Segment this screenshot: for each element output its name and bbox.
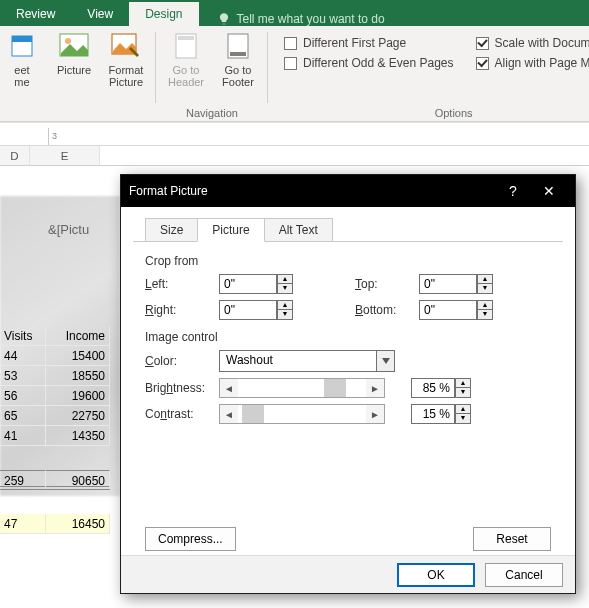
image-control-label: Image control — [145, 330, 551, 344]
sheet-name-button[interactable]: eet me — [0, 30, 44, 88]
cell: 47 — [0, 514, 46, 534]
spin-up-icon[interactable]: ▲ — [277, 300, 293, 310]
cell: 18550 — [46, 366, 110, 386]
spin-down-icon[interactable]: ▼ — [477, 284, 493, 294]
cell: 19600 — [46, 386, 110, 406]
chk-align[interactable]: Align with Page Margins — [476, 56, 589, 70]
dialog-body: Crop from Left: ▲▼ Top: ▲▼ Right: ▲▼ Bot… — [133, 241, 563, 541]
contrast-label: Contrast: — [145, 407, 219, 421]
header-token[interactable]: &[Pictu — [48, 222, 89, 237]
format-picture-dialog: Format Picture ? ✕ Size Picture Alt Text… — [120, 174, 576, 594]
chk-scale[interactable]: Scale with Document — [476, 36, 589, 50]
cell: 16450 — [46, 514, 110, 534]
help-button[interactable]: ? — [495, 183, 531, 199]
cell: 259 — [0, 470, 46, 490]
spin-up-icon[interactable]: ▲ — [277, 274, 293, 284]
data-grid: Visits Income 4415400 5318550 5619600 65… — [0, 326, 110, 534]
table-row[interactable]: 5619600 — [0, 386, 110, 406]
group-nav-label: Navigation — [156, 107, 268, 119]
chevron-down-icon[interactable] — [377, 350, 395, 372]
tab-review[interactable]: Review — [0, 2, 71, 26]
cell: 90650 — [46, 470, 110, 490]
top-input[interactable] — [419, 274, 477, 294]
left-spinner[interactable]: ▲▼ — [219, 274, 299, 294]
tab-alttext[interactable]: Alt Text — [264, 218, 333, 242]
format-picture-icon — [111, 33, 141, 59]
right-input[interactable] — [219, 300, 277, 320]
slider-left-icon[interactable]: ◄ — [220, 405, 238, 423]
spin-up-icon[interactable]: ▲ — [455, 404, 471, 414]
top-label: Top: — [355, 277, 419, 291]
group-header-footer: eet me Picture Format Picture — [0, 26, 156, 121]
table-row[interactable]: 6522750 — [0, 406, 110, 426]
top-spinner[interactable]: ▲▼ — [419, 274, 499, 294]
table-row[interactable]: 4716450 — [0, 514, 110, 534]
brightness-spinner[interactable]: ▲▼ — [411, 378, 461, 398]
tab-picture[interactable]: Picture — [197, 218, 264, 242]
reset-button[interactable]: Reset — [473, 527, 551, 551]
brightness-slider[interactable]: ◄ ► — [219, 378, 385, 398]
cell: 65 — [0, 406, 46, 426]
spin-down-icon[interactable]: ▼ — [455, 414, 471, 424]
header-income: Income — [46, 326, 110, 346]
chk-diff-first[interactable]: Different First Page — [284, 36, 454, 50]
table-row[interactable]: 5318550 — [0, 366, 110, 386]
cell: 15400 — [46, 346, 110, 366]
goto-header-button: Go to Header — [164, 30, 208, 88]
checkbox-icon — [476, 37, 489, 50]
slider-thumb[interactable] — [242, 405, 264, 423]
tab-design[interactable]: Design — [129, 2, 198, 26]
contrast-slider[interactable]: ◄ ► — [219, 404, 385, 424]
bottom-spinner[interactable]: ▲▼ — [419, 300, 499, 320]
cancel-button[interactable]: Cancel — [485, 563, 563, 587]
spin-down-icon[interactable]: ▼ — [277, 310, 293, 320]
spin-down-icon[interactable]: ▼ — [477, 310, 493, 320]
spin-up-icon[interactable]: ▲ — [455, 378, 471, 388]
table-row[interactable]: 4114350 — [0, 426, 110, 446]
spin-down-icon[interactable]: ▼ — [455, 388, 471, 398]
table-total-row[interactable]: 25990650 — [0, 470, 110, 490]
svg-rect-1 — [12, 36, 32, 42]
picture-button[interactable]: Picture — [52, 30, 96, 76]
tell-me[interactable]: Tell me what you want to do — [199, 12, 385, 26]
tab-view[interactable]: View — [71, 2, 129, 26]
picture-icon — [59, 33, 89, 59]
checkbox-icon — [284, 37, 297, 50]
dialog-titlebar[interactable]: Format Picture ? ✕ — [121, 175, 575, 207]
bottom-input[interactable] — [419, 300, 477, 320]
col-header-e[interactable]: E — [30, 146, 100, 165]
close-button[interactable]: ✕ — [531, 183, 567, 199]
dialog-tabs: Size Picture Alt Text — [145, 217, 565, 241]
spin-up-icon[interactable]: ▲ — [477, 274, 493, 284]
col-header-d[interactable]: D — [0, 146, 30, 165]
contrast-spinner[interactable]: ▲▼ — [411, 404, 461, 424]
chk-diff-odd[interactable]: Different Odd & Even Pages — [284, 56, 454, 70]
table-row[interactable]: 4415400 — [0, 346, 110, 366]
tab-size[interactable]: Size — [145, 218, 198, 242]
brightness-label: Brightness: — [145, 381, 219, 395]
picture-label: Picture — [57, 64, 91, 76]
cell: 56 — [0, 386, 46, 406]
right-spinner[interactable]: ▲▼ — [219, 300, 299, 320]
compress-button[interactable]: Compress... — [145, 527, 236, 551]
slider-thumb[interactable] — [324, 379, 346, 397]
goto-header-label: Go to Header — [168, 64, 204, 88]
group-opt-label: Options — [268, 107, 589, 119]
goto-header-icon — [174, 32, 198, 60]
format-picture-button[interactable]: Format Picture — [104, 30, 148, 88]
contrast-input[interactable] — [411, 404, 455, 424]
brightness-input[interactable] — [411, 378, 455, 398]
slider-right-icon[interactable]: ► — [366, 379, 384, 397]
ok-button[interactable]: OK — [397, 563, 475, 587]
slider-right-icon[interactable]: ► — [366, 405, 384, 423]
color-select[interactable]: Washout — [219, 350, 395, 372]
spin-down-icon[interactable]: ▼ — [277, 284, 293, 294]
cell: 41 — [0, 426, 46, 446]
slider-left-icon[interactable]: ◄ — [220, 379, 238, 397]
left-input[interactable] — [219, 274, 277, 294]
lightbulb-icon — [217, 12, 231, 26]
goto-footer-button[interactable]: Go to Footer — [216, 30, 260, 88]
header-visits: Visits — [0, 326, 46, 346]
spin-up-icon[interactable]: ▲ — [477, 300, 493, 310]
chk-diff-first-label: Different First Page — [303, 36, 406, 50]
